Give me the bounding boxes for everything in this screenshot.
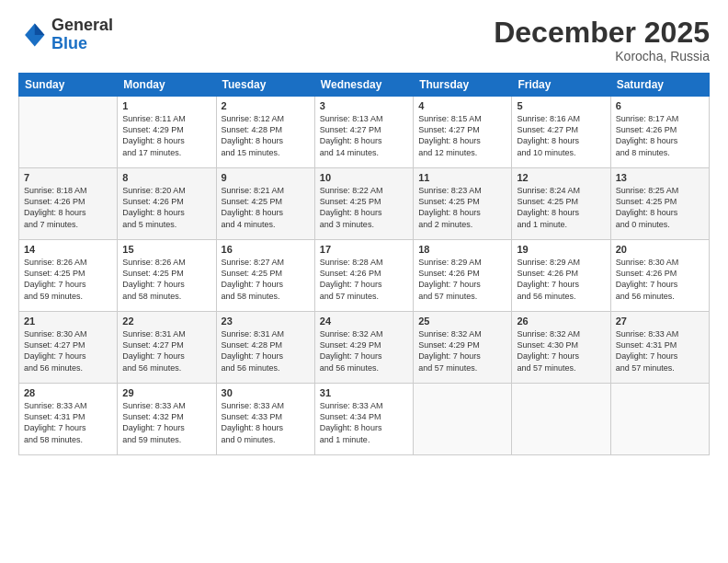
day-number: 30 bbox=[222, 387, 310, 398]
day-info: Sunrise: 8:30 AM Sunset: 4:27 PM Dayligh… bbox=[24, 328, 112, 373]
day-number: 27 bbox=[616, 316, 704, 327]
calendar-cell: 8Sunrise: 8:20 AM Sunset: 4:26 PM Daylig… bbox=[118, 168, 216, 240]
location: Korocha, Russia bbox=[494, 49, 710, 63]
weekday-header-friday: Friday bbox=[512, 74, 610, 97]
day-number: 16 bbox=[222, 244, 310, 255]
svg-marker-1 bbox=[35, 23, 45, 34]
day-number: 25 bbox=[418, 316, 506, 327]
logo-text: General Blue bbox=[51, 17, 113, 53]
calendar-cell bbox=[19, 97, 118, 168]
week-row-2: 14Sunrise: 8:26 AM Sunset: 4:25 PM Dayli… bbox=[19, 240, 710, 312]
calendar-cell: 10Sunrise: 8:22 AM Sunset: 4:25 PM Dayli… bbox=[314, 168, 413, 240]
day-info: Sunrise: 8:33 AM Sunset: 4:34 PM Dayligh… bbox=[320, 400, 408, 445]
day-info: Sunrise: 8:32 AM Sunset: 4:29 PM Dayligh… bbox=[418, 328, 506, 373]
calendar-cell: 11Sunrise: 8:23 AM Sunset: 4:25 PM Dayli… bbox=[414, 168, 512, 240]
day-info: Sunrise: 8:29 AM Sunset: 4:26 PM Dayligh… bbox=[517, 257, 605, 302]
calendar-cell: 22Sunrise: 8:31 AM Sunset: 4:27 PM Dayli… bbox=[118, 312, 216, 384]
day-info: Sunrise: 8:33 AM Sunset: 4:32 PM Dayligh… bbox=[122, 400, 210, 445]
calendar-cell: 12Sunrise: 8:24 AM Sunset: 4:25 PM Dayli… bbox=[512, 168, 610, 240]
logo-blue: Blue bbox=[51, 34, 87, 52]
day-number: 20 bbox=[616, 244, 704, 255]
weekday-header-monday: Monday bbox=[118, 74, 216, 97]
day-info: Sunrise: 8:11 AM Sunset: 4:29 PM Dayligh… bbox=[122, 113, 210, 158]
calendar-cell: 29Sunrise: 8:33 AM Sunset: 4:32 PM Dayli… bbox=[118, 384, 216, 455]
day-number: 23 bbox=[222, 316, 310, 327]
day-number: 8 bbox=[122, 172, 210, 183]
header: General Blue December 2025 Korocha, Russ… bbox=[18, 17, 710, 63]
day-number: 26 bbox=[517, 316, 605, 327]
day-info: Sunrise: 8:22 AM Sunset: 4:25 PM Dayligh… bbox=[320, 185, 408, 230]
calendar-cell: 23Sunrise: 8:31 AM Sunset: 4:28 PM Dayli… bbox=[216, 312, 314, 384]
page: General Blue December 2025 Korocha, Russ… bbox=[0, 0, 728, 563]
day-number: 3 bbox=[320, 100, 408, 111]
day-number: 4 bbox=[418, 100, 506, 111]
day-info: Sunrise: 8:25 AM Sunset: 4:25 PM Dayligh… bbox=[616, 185, 704, 230]
day-info: Sunrise: 8:21 AM Sunset: 4:25 PM Dayligh… bbox=[222, 185, 310, 230]
day-number: 24 bbox=[320, 316, 408, 327]
calendar-cell: 20Sunrise: 8:30 AM Sunset: 4:26 PM Dayli… bbox=[610, 240, 709, 312]
day-info: Sunrise: 8:32 AM Sunset: 4:30 PM Dayligh… bbox=[517, 328, 605, 373]
day-info: Sunrise: 8:18 AM Sunset: 4:26 PM Dayligh… bbox=[24, 185, 112, 230]
logo-icon bbox=[18, 20, 48, 50]
day-info: Sunrise: 8:29 AM Sunset: 4:26 PM Dayligh… bbox=[418, 257, 506, 302]
week-row-3: 21Sunrise: 8:30 AM Sunset: 4:27 PM Dayli… bbox=[19, 312, 710, 384]
logo: General Blue bbox=[18, 17, 113, 53]
day-info: Sunrise: 8:13 AM Sunset: 4:27 PM Dayligh… bbox=[320, 113, 408, 158]
calendar-cell: 19Sunrise: 8:29 AM Sunset: 4:26 PM Dayli… bbox=[512, 240, 610, 312]
day-number: 17 bbox=[320, 244, 408, 255]
day-info: Sunrise: 8:33 AM Sunset: 4:33 PM Dayligh… bbox=[222, 400, 310, 445]
calendar-cell: 25Sunrise: 8:32 AM Sunset: 4:29 PM Dayli… bbox=[414, 312, 512, 384]
calendar-cell: 5Sunrise: 8:16 AM Sunset: 4:27 PM Daylig… bbox=[512, 97, 610, 168]
calendar-cell: 27Sunrise: 8:33 AM Sunset: 4:31 PM Dayli… bbox=[610, 312, 709, 384]
calendar-cell bbox=[512, 384, 610, 455]
calendar-cell: 6Sunrise: 8:17 AM Sunset: 4:26 PM Daylig… bbox=[610, 97, 709, 168]
day-number: 31 bbox=[320, 387, 408, 398]
weekday-header-wednesday: Wednesday bbox=[314, 74, 413, 97]
calendar-cell: 16Sunrise: 8:27 AM Sunset: 4:25 PM Dayli… bbox=[216, 240, 314, 312]
day-number: 22 bbox=[122, 316, 210, 327]
calendar-cell: 7Sunrise: 8:18 AM Sunset: 4:26 PM Daylig… bbox=[19, 168, 118, 240]
calendar-cell: 18Sunrise: 8:29 AM Sunset: 4:26 PM Dayli… bbox=[414, 240, 512, 312]
day-info: Sunrise: 8:33 AM Sunset: 4:31 PM Dayligh… bbox=[24, 400, 112, 445]
calendar-cell: 9Sunrise: 8:21 AM Sunset: 4:25 PM Daylig… bbox=[216, 168, 314, 240]
title-block: December 2025 Korocha, Russia bbox=[494, 17, 710, 63]
calendar-cell: 2Sunrise: 8:12 AM Sunset: 4:28 PM Daylig… bbox=[216, 97, 314, 168]
day-number: 11 bbox=[418, 172, 506, 183]
day-info: Sunrise: 8:28 AM Sunset: 4:26 PM Dayligh… bbox=[320, 257, 408, 302]
calendar-cell: 31Sunrise: 8:33 AM Sunset: 4:34 PM Dayli… bbox=[314, 384, 413, 455]
calendar-cell: 30Sunrise: 8:33 AM Sunset: 4:33 PM Dayli… bbox=[216, 384, 314, 455]
day-number: 5 bbox=[517, 100, 605, 111]
calendar-cell: 4Sunrise: 8:15 AM Sunset: 4:27 PM Daylig… bbox=[414, 97, 512, 168]
day-info: Sunrise: 8:26 AM Sunset: 4:25 PM Dayligh… bbox=[24, 257, 112, 302]
calendar-cell bbox=[414, 384, 512, 455]
calendar-cell: 17Sunrise: 8:28 AM Sunset: 4:26 PM Dayli… bbox=[314, 240, 413, 312]
logo-general: General bbox=[51, 16, 113, 34]
day-number: 18 bbox=[418, 244, 506, 255]
day-info: Sunrise: 8:31 AM Sunset: 4:27 PM Dayligh… bbox=[122, 328, 210, 373]
calendar-cell: 13Sunrise: 8:25 AM Sunset: 4:25 PM Dayli… bbox=[610, 168, 709, 240]
calendar-cell: 28Sunrise: 8:33 AM Sunset: 4:31 PM Dayli… bbox=[19, 384, 118, 455]
calendar-cell: 24Sunrise: 8:32 AM Sunset: 4:29 PM Dayli… bbox=[314, 312, 413, 384]
weekday-header-row: SundayMondayTuesdayWednesdayThursdayFrid… bbox=[19, 74, 710, 97]
day-number: 19 bbox=[517, 244, 605, 255]
day-info: Sunrise: 8:30 AM Sunset: 4:26 PM Dayligh… bbox=[616, 257, 704, 302]
calendar-table: SundayMondayTuesdayWednesdayThursdayFrid… bbox=[18, 73, 710, 455]
week-row-4: 28Sunrise: 8:33 AM Sunset: 4:31 PM Dayli… bbox=[19, 384, 710, 455]
day-number: 6 bbox=[616, 100, 704, 111]
calendar-cell: 1Sunrise: 8:11 AM Sunset: 4:29 PM Daylig… bbox=[118, 97, 216, 168]
day-number: 28 bbox=[24, 387, 112, 398]
calendar-cell: 14Sunrise: 8:26 AM Sunset: 4:25 PM Dayli… bbox=[19, 240, 118, 312]
day-info: Sunrise: 8:16 AM Sunset: 4:27 PM Dayligh… bbox=[517, 113, 605, 158]
day-info: Sunrise: 8:15 AM Sunset: 4:27 PM Dayligh… bbox=[418, 113, 506, 158]
weekday-header-saturday: Saturday bbox=[610, 74, 709, 97]
day-info: Sunrise: 8:20 AM Sunset: 4:26 PM Dayligh… bbox=[122, 185, 210, 230]
day-number: 21 bbox=[24, 316, 112, 327]
weekday-header-thursday: Thursday bbox=[414, 74, 512, 97]
weekday-header-tuesday: Tuesday bbox=[216, 74, 314, 97]
day-info: Sunrise: 8:31 AM Sunset: 4:28 PM Dayligh… bbox=[222, 328, 310, 373]
day-number: 9 bbox=[222, 172, 310, 183]
week-row-0: 1Sunrise: 8:11 AM Sunset: 4:29 PM Daylig… bbox=[19, 97, 710, 168]
day-number: 7 bbox=[24, 172, 112, 183]
calendar-cell: 3Sunrise: 8:13 AM Sunset: 4:27 PM Daylig… bbox=[314, 97, 413, 168]
day-info: Sunrise: 8:27 AM Sunset: 4:25 PM Dayligh… bbox=[222, 257, 310, 302]
